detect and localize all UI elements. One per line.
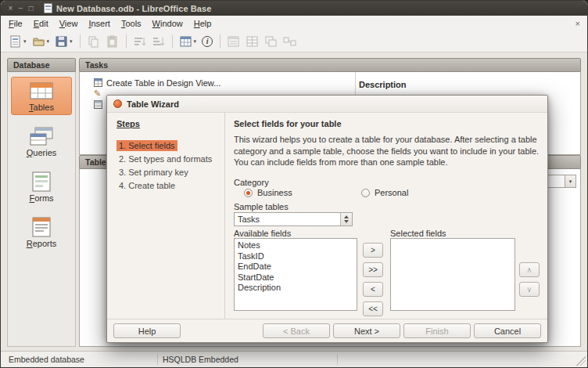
resize-grip[interactable] xyxy=(576,356,586,366)
tasks-panel-title: Tasks xyxy=(85,60,108,70)
info-button[interactable]: i xyxy=(199,33,215,50)
open-button[interactable]: ▾ xyxy=(30,33,52,50)
window-minimize-button[interactable]: − xyxy=(16,1,26,16)
screen: × − □ New Database.odb - LibreOffice Bas… xyxy=(0,0,588,368)
move-all-left-button[interactable]: << xyxy=(363,301,383,316)
statusbar: Embedded database HSQLDB Embedded xyxy=(1,351,587,367)
view-icon xyxy=(94,100,102,109)
sidebar-item-forms[interactable]: Forms xyxy=(11,168,72,206)
database-sidebar-body: Tables Queries xyxy=(7,72,76,347)
menu-tools[interactable]: Tools xyxy=(116,17,147,30)
chevron-down-icon: ▾ xyxy=(565,175,576,188)
wizard-icon xyxy=(113,99,122,108)
radio-button-icon[interactable] xyxy=(361,189,370,197)
toolbar-separator xyxy=(80,34,81,48)
radio-personal[interactable]: Personal xyxy=(361,188,408,197)
statusbar-divider xyxy=(337,354,338,365)
toolbar-separator xyxy=(172,34,173,48)
move-down-button[interactable]: ∨ xyxy=(519,282,540,297)
menu-edit[interactable]: Edit xyxy=(28,17,54,30)
form-icon xyxy=(227,35,240,48)
menu-window[interactable]: Window xyxy=(147,17,188,30)
statusbar-engine: HSQLDB Embedded xyxy=(163,355,238,364)
step-set-types: 2. Set types and formats xyxy=(117,153,224,166)
close-document-icon[interactable]: × xyxy=(568,19,587,28)
category-label: Category xyxy=(234,178,269,187)
list-item[interactable]: Description xyxy=(235,283,357,294)
step-label: 4. Create table xyxy=(117,180,177,191)
sort-descending-button[interactable] xyxy=(149,33,167,50)
menu-insert[interactable]: Insert xyxy=(83,17,116,30)
sort-descending-icon xyxy=(152,35,165,48)
list-item[interactable]: TaskID xyxy=(235,251,357,262)
cancel-button[interactable]: Cancel xyxy=(474,323,541,338)
spin-up-icon xyxy=(344,215,349,218)
new-database-button[interactable]: ▾ xyxy=(6,33,29,50)
libreoffice-base-window: × − □ New Database.odb - LibreOffice Bas… xyxy=(0,0,588,368)
menu-help[interactable]: Help xyxy=(188,17,217,30)
task-label: Create Table in Design View... xyxy=(106,78,220,88)
step-select-fields: 1. Select fields xyxy=(117,139,224,153)
menu-view[interactable]: View xyxy=(54,17,84,30)
sample-tables-combobox[interactable]: Tasks xyxy=(234,212,353,226)
dialog-footer: Help < Back Next > Finish Cancel xyxy=(107,319,547,342)
save-icon xyxy=(55,35,68,48)
table-design-button[interactable]: ▾ xyxy=(177,33,199,50)
query-button[interactable] xyxy=(262,33,280,50)
list-item[interactable]: EndDate xyxy=(235,262,357,272)
sidebar-item-label: Reports xyxy=(27,239,57,248)
next-button[interactable]: Next > xyxy=(333,323,400,338)
save-button[interactable]: ▾ xyxy=(52,33,75,50)
selected-fields-listbox[interactable] xyxy=(390,238,515,311)
move-right-button[interactable]: > xyxy=(363,243,383,258)
window-maximize-button[interactable]: □ xyxy=(26,1,36,16)
reports-icon xyxy=(29,217,54,237)
sidebar-item-tables[interactable]: Tables xyxy=(11,77,72,115)
move-all-right-button[interactable]: >> xyxy=(363,262,383,277)
tables-icon xyxy=(29,81,54,101)
task-create-table-design-view[interactable]: Create Table in Design View... xyxy=(94,78,580,88)
available-fields-listbox[interactable]: Notes TaskID EndDate StartDate Descripti… xyxy=(234,238,357,311)
window-titlebar[interactable]: × − □ New Database.odb - LibreOffice Bas… xyxy=(1,1,587,16)
radio-business-label[interactable]: Business xyxy=(257,188,292,197)
sidebar-item-reports[interactable]: Reports xyxy=(11,213,72,251)
spinner-icon[interactable] xyxy=(340,213,352,225)
step-label: 3. Set primary key xyxy=(117,167,191,178)
chevron-down-icon: ▾ xyxy=(23,33,27,50)
form-button[interactable] xyxy=(224,33,242,50)
wizard-page-title: Select fields for your table xyxy=(234,119,342,128)
selected-fields-label: Selected fields xyxy=(390,229,446,238)
description-header: Description xyxy=(359,80,407,89)
move-up-button[interactable]: ∧ xyxy=(519,262,540,277)
list-item[interactable]: Notes xyxy=(235,240,357,251)
finish-button[interactable]: Finish xyxy=(403,323,471,338)
main-toolbar: ▾ ▾ ▾ xyxy=(1,31,587,52)
statusbar-divider xyxy=(157,354,158,365)
paste-button[interactable] xyxy=(103,33,121,50)
statusbar-database-type: Embedded database xyxy=(9,355,84,364)
move-left-button[interactable]: < xyxy=(363,282,383,297)
table-design-icon xyxy=(179,35,192,48)
dialog-titlebar[interactable]: Table Wizard xyxy=(107,96,547,113)
copy-button[interactable] xyxy=(84,33,102,50)
radio-button-icon[interactable] xyxy=(244,189,253,197)
radio-business[interactable]: Business xyxy=(244,188,292,197)
help-button[interactable]: Help xyxy=(113,323,181,338)
sidebar-item-queries[interactable]: Queries xyxy=(11,122,72,161)
window-close-button[interactable]: × xyxy=(5,1,16,16)
menu-file[interactable]: File xyxy=(3,17,28,30)
back-button[interactable]: < Back xyxy=(263,323,330,338)
copy-icon xyxy=(87,35,100,48)
relationships-button[interactable] xyxy=(281,33,299,50)
radio-personal-label[interactable]: Personal xyxy=(375,188,408,197)
list-item[interactable]: StartDate xyxy=(235,272,357,283)
base-document-icon xyxy=(44,3,52,13)
pencil-icon: ✎ xyxy=(94,89,101,98)
sidebar-item-label: Queries xyxy=(27,148,57,157)
step-label: 2. Set types and formats xyxy=(117,153,214,164)
spin-down-icon xyxy=(344,220,349,223)
datasheet-button[interactable] xyxy=(243,33,261,50)
sort-ascending-button[interactable] xyxy=(131,33,149,50)
relationships-icon xyxy=(283,35,296,48)
database-panel-header: Database xyxy=(7,58,76,72)
